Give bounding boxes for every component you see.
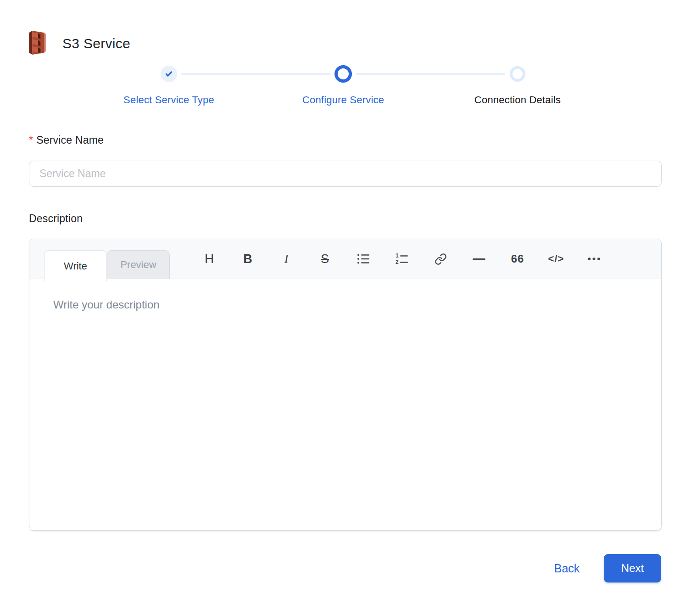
bold-button[interactable]: B <box>228 239 267 279</box>
heading-icon: H <box>205 252 214 266</box>
step-label: Configure Service <box>302 94 384 106</box>
description-label: Description <box>29 213 83 225</box>
bulleted-list-button[interactable] <box>344 239 383 279</box>
next-button[interactable]: Next <box>604 554 661 582</box>
link-icon <box>435 253 447 265</box>
page-title: S3 Service <box>62 36 130 51</box>
tab-preview[interactable]: Preview <box>107 250 170 279</box>
stepper: Select Service Type Configure Service Co… <box>82 64 605 110</box>
strikethrough-button[interactable]: S <box>306 239 344 279</box>
step-select-service-type: Select Service Type <box>82 64 256 110</box>
wizard-header: S3 Service <box>28 30 130 57</box>
step-label: Connection Details <box>474 94 561 106</box>
tab-write[interactable]: Write <box>44 250 107 281</box>
step-completed-icon <box>161 66 177 82</box>
service-name-input[interactable] <box>29 161 662 187</box>
more-button[interactable]: ••• <box>575 239 614 279</box>
heading-button[interactable]: H <box>190 239 228 279</box>
step-pending-icon <box>510 66 525 82</box>
numbered-list-icon: 1 2 <box>396 252 408 265</box>
svg-text:2: 2 <box>396 259 399 265</box>
horizontal-rule-icon <box>473 258 485 260</box>
s3-service-wizard: S3 Service Select Service Type Configure… <box>0 0 691 616</box>
step-connection-details: Connection Details <box>430 64 605 110</box>
editor-toolbar-buttons: H B I S 1 <box>190 239 614 279</box>
s3-service-icon <box>28 30 49 57</box>
strikethrough-icon: S <box>321 252 329 266</box>
description-editor: Write Preview H B I S <box>29 239 662 531</box>
horizontal-rule-button[interactable] <box>460 239 498 279</box>
code-button[interactable]: </> <box>537 239 575 279</box>
description-input[interactable] <box>29 279 661 531</box>
tab-write-label: Write <box>64 260 87 272</box>
quote-icon: 66 <box>511 252 524 265</box>
service-name-label: *Service Name <box>29 134 104 146</box>
required-asterisk: * <box>29 134 33 146</box>
svg-text:1: 1 <box>396 252 399 259</box>
back-button[interactable]: Back <box>541 555 593 581</box>
bulleted-list-icon <box>357 253 370 265</box>
editor-write-pane <box>29 279 661 531</box>
link-button[interactable] <box>421 239 460 279</box>
italic-icon: I <box>284 252 289 266</box>
tab-preview-label: Preview <box>120 259 156 270</box>
editor-tabs: Write Preview <box>44 239 170 279</box>
numbered-list-button[interactable]: 1 2 <box>383 239 421 279</box>
code-icon: </> <box>548 253 564 265</box>
bold-icon: B <box>243 252 252 266</box>
quote-button[interactable]: 66 <box>498 239 537 279</box>
service-name-label-text: Service Name <box>36 134 104 146</box>
step-label: Select Service Type <box>123 94 214 106</box>
more-icon: ••• <box>587 253 602 264</box>
italic-button[interactable]: I <box>267 239 306 279</box>
check-icon <box>164 69 173 78</box>
editor-toolbar: Write Preview H B I S <box>29 239 661 279</box>
step-active-icon <box>334 65 352 83</box>
step-configure-service: Configure Service <box>256 64 430 110</box>
